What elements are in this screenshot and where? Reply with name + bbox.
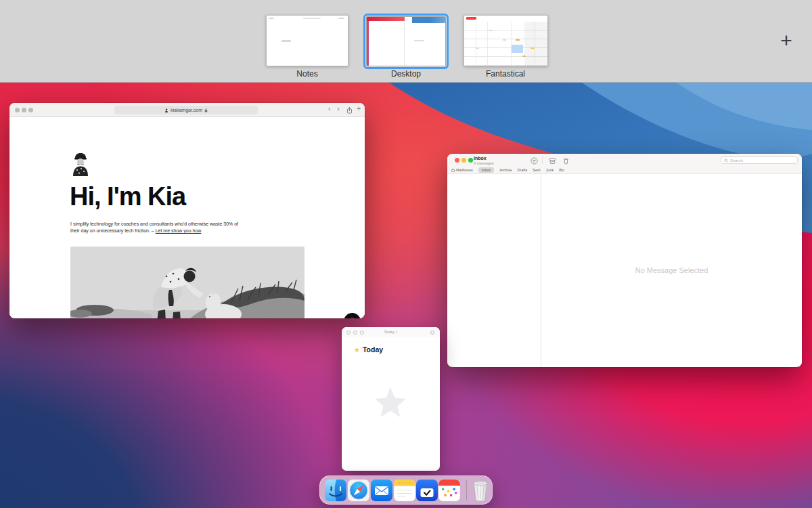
mail-favorites-bar: Mailboxes Inbox Archive Drafts Sent Junk…	[447, 167, 802, 174]
safari-toolbar: kiakamgar.com ‹ › +	[9, 103, 365, 117]
archive-icon[interactable]	[549, 157, 556, 165]
title-chevron-icon: ↕	[396, 330, 398, 334]
safari-window[interactable]: kiakamgar.com ‹ › +	[9, 103, 365, 318]
fantastical-icon[interactable]	[438, 480, 460, 501]
zoom-button[interactable]	[28, 108, 33, 112]
space-label-fantastical: Fantastical	[458, 69, 553, 79]
close-button[interactable]	[15, 108, 20, 112]
add-space-button[interactable]: +	[773, 27, 800, 54]
favorite-drafts[interactable]: Drafts	[518, 168, 528, 172]
search-icon	[724, 158, 728, 163]
finder-icon[interactable]	[325, 480, 346, 501]
space-thumbnail-notes[interactable]	[266, 15, 348, 66]
things-window[interactable]: Today ↕ ★ Today	[342, 327, 440, 471]
space-label-desktop: Desktop	[359, 69, 453, 79]
mini-note-meta	[338, 18, 345, 19]
message-list-pane[interactable]	[447, 174, 541, 366]
minimize-button[interactable]	[22, 108, 26, 112]
mission-control-screen: Notes Desktop Fantastical +	[0, 0, 812, 508]
mail-search-field[interactable]	[721, 156, 798, 164]
chat-bubble-icon	[347, 317, 357, 319]
site-favicon-icon	[164, 108, 168, 112]
mini-calendar-badge	[466, 17, 476, 20]
mailbox-title: Inbox	[474, 156, 494, 161]
show-you-how-link[interactable]: Let me show you how	[156, 228, 202, 233]
delete-icon[interactable]	[562, 157, 570, 165]
beach-photo-illustration	[70, 247, 304, 318]
empty-list-star-icon	[373, 386, 408, 420]
mailboxes-icon	[451, 169, 455, 172]
favorite-mailboxes[interactable]: Mailboxes	[451, 168, 473, 172]
intro-line-1: I simplify technology for coaches and co…	[70, 221, 238, 228]
minimize-button[interactable]	[461, 158, 466, 163]
url-text: kiakamgar.com	[171, 108, 202, 112]
dock-divider	[466, 480, 467, 501]
mini-event-yellow2	[522, 56, 526, 57]
close-button[interactable]	[455, 158, 459, 163]
mini-empty-text	[414, 40, 424, 41]
dock	[319, 475, 493, 505]
window-title-text: Today	[384, 330, 394, 334]
safari-page-content: Hi, I'm Kia I simplify technology for co…	[9, 117, 365, 318]
mini-traffic-dots	[269, 18, 274, 19]
mini-event-orange	[516, 39, 520, 41]
mini-event-gray2	[503, 39, 506, 41]
intro-line-2: their day on unnecessary tech friction. …	[70, 228, 156, 233]
today-list-title: Today	[363, 345, 383, 354]
mini-toolbar	[303, 18, 321, 19]
mini-event-gray1	[489, 30, 493, 31]
window-title: Today ↕	[342, 330, 440, 334]
mail-toolbar: Inbox 0 messages	[447, 154, 802, 167]
favorite-sent[interactable]: Sent	[533, 168, 540, 172]
mail-window[interactable]: Inbox 0 messages	[447, 154, 802, 367]
new-tab-button[interactable]: +	[357, 104, 361, 112]
safari-icon[interactable]	[348, 480, 369, 501]
things-icon[interactable]	[416, 480, 438, 501]
quick-entry-icon[interactable]	[430, 331, 434, 335]
mini-note-text	[281, 40, 291, 42]
mini-event-yellow	[531, 47, 535, 49]
favorite-bin[interactable]: Bin	[559, 168, 564, 172]
today-list-header: ★ Today	[354, 345, 383, 354]
trash-icon[interactable]	[472, 479, 489, 502]
mini-calendar-weekend	[524, 22, 547, 66]
mail-body: No Message Selected	[447, 174, 802, 366]
mini-calendar-selected-day	[512, 45, 523, 53]
mail-icon[interactable]	[371, 480, 392, 501]
hero-photo	[70, 247, 304, 318]
forward-button[interactable]: ›	[337, 104, 340, 112]
mini-safari-window	[367, 17, 405, 21]
filter-icon[interactable]	[531, 157, 538, 165]
chat-widget-button[interactable]	[344, 313, 361, 318]
empty-state-text: No Message Selected	[635, 266, 708, 274]
favorite-inbox-selected[interactable]: Inbox	[478, 167, 494, 173]
mail-title-block: Inbox 0 messages	[474, 156, 494, 165]
page-heading: Hi, I'm Kia	[70, 182, 185, 211]
back-button[interactable]: ‹	[328, 104, 331, 112]
page-intro-paragraph: I simplify technology for coaches and co…	[70, 221, 238, 234]
message-count: 0 messages	[474, 161, 494, 165]
zoom-button[interactable]	[468, 158, 473, 163]
kia-avatar-image	[70, 152, 91, 176]
spaces-bar: Notes Desktop Fantastical +	[0, 0, 812, 83]
space-label-notes: Notes	[260, 69, 355, 79]
mini-wallpaper-blue	[412, 17, 445, 23]
space-thumbnail-fantastical[interactable]	[464, 15, 548, 66]
toolbar-divider	[542, 156, 543, 164]
today-star-icon: ★	[354, 346, 360, 354]
favorite-junk[interactable]: Junk	[546, 168, 554, 172]
message-view-pane: No Message Selected	[541, 174, 802, 366]
search-input[interactable]	[730, 158, 791, 163]
space-thumbnail-desktop	[366, 16, 446, 66]
things-titlebar: Today ↕	[342, 327, 440, 337]
notes-icon[interactable]	[394, 480, 415, 501]
mini-wallpaper-edge	[367, 17, 369, 66]
favorite-label: Mailboxes	[456, 168, 473, 172]
mini-window-divider	[404, 21, 405, 66]
url-bar[interactable]: kiakamgar.com	[114, 106, 258, 114]
share-icon[interactable]	[346, 106, 353, 114]
favorite-archive[interactable]: Archive	[499, 168, 512, 172]
space-thumbnail-desktop-selected-frame[interactable]	[363, 14, 449, 69]
mini-event-gray3	[476, 47, 479, 49]
lock-icon	[204, 108, 208, 112]
